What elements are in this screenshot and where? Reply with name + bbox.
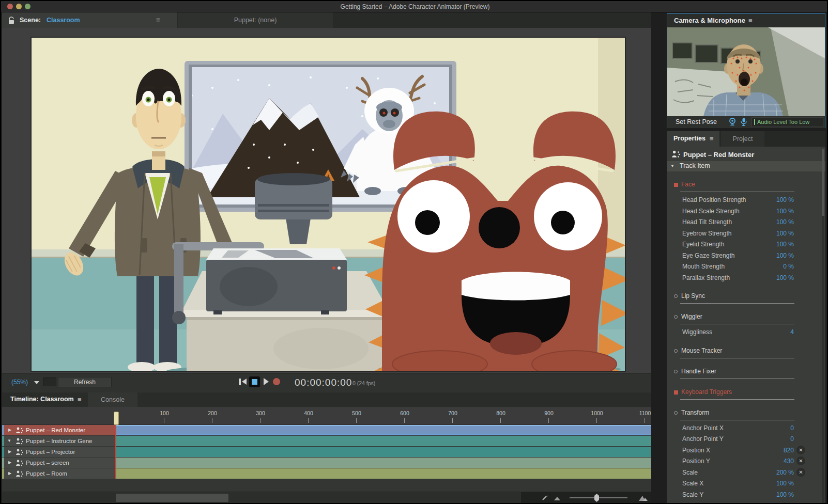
- set-rest-pose-button[interactable]: Set Rest Pose: [676, 118, 717, 125]
- puppet-icon: [16, 427, 24, 434]
- track-name: Puppet – Red Monster: [26, 425, 85, 435]
- reset-value-button[interactable]: ✕: [796, 446, 805, 454]
- track-bar-screen[interactable]: [116, 458, 651, 468]
- track-header-red-monster[interactable]: ▶ Puppet – Red Monster: [2, 425, 115, 435]
- property-row: Scale200 %✕: [667, 467, 825, 478]
- stop-button[interactable]: [249, 376, 260, 387]
- timecode[interactable]: 00:00:00:00: [295, 377, 352, 388]
- track-header-instructor-gene[interactable]: ▼ Puppet – Instructor Gene: [2, 436, 115, 446]
- collapse-arrow-icon[interactable]: ▶: [8, 468, 11, 479]
- go-to-start-icon[interactable]: [239, 379, 241, 385]
- reset-value-button[interactable]: ✕: [796, 468, 805, 477]
- horizontal-scrollbar-thumb[interactable]: [116, 494, 228, 502]
- tab-timeline[interactable]: Timeline: Classroom: [10, 396, 74, 403]
- section-lip-sync[interactable]: Lip Sync: [667, 292, 825, 302]
- window-title: Getting Started – Adobe Character Animat…: [1, 3, 828, 10]
- camera-panel-menu-icon[interactable]: ≡: [748, 17, 753, 24]
- playhead-line[interactable]: [115, 425, 116, 479]
- puppet-icon: [671, 150, 681, 158]
- camera-microphone-panel: Camera & Microphone ≡: [667, 13, 825, 128]
- property-row: Head Tilt Strength100 %: [667, 216, 825, 228]
- playhead-marker[interactable]: [114, 412, 119, 425]
- camera-panel-footer: Set Rest Pose Audio Level Too Low: [667, 116, 825, 128]
- reset-value-button[interactable]: ✕: [796, 456, 805, 465]
- property-row: Skew0: [667, 500, 825, 504]
- audio-level-bar: [754, 119, 755, 125]
- behavior-toggle-icon[interactable]: [674, 349, 678, 353]
- puppet-icon: [16, 449, 24, 455]
- tab-puppet-none[interactable]: Puppet: (none): [178, 12, 333, 28]
- timeline-zoom-slider-thumb[interactable]: [594, 494, 599, 502]
- track-header-room[interactable]: ▶ Puppet – Room: [2, 468, 115, 479]
- properties-scrollbar-thumb[interactable]: [822, 149, 824, 216]
- go-to-start-button[interactable]: [242, 379, 247, 385]
- timeline-scrollbar-row: [2, 492, 651, 503]
- ruler-label: 1100: [635, 410, 655, 416]
- property-row: Position Y430✕: [667, 455, 825, 467]
- track-bar-projector[interactable]: [116, 447, 651, 457]
- panel-menu-icon[interactable]: ≡: [156, 12, 160, 28]
- record-button[interactable]: [273, 378, 280, 385]
- scene-viewport[interactable]: [2, 28, 651, 373]
- behavior-toggle-icon[interactable]: [674, 370, 678, 373]
- webcam-icon[interactable]: [728, 118, 737, 126]
- timeline-menu-icon[interactable]: ≡: [78, 396, 82, 403]
- tab-project[interactable]: Project: [721, 131, 764, 147]
- expand-arrow-icon[interactable]: ▼: [7, 436, 11, 446]
- refresh-button[interactable]: Refresh: [58, 377, 112, 387]
- timeline-ruler[interactable]: 100 200 300 400 500 600 700 800 900 1000…: [2, 407, 651, 425]
- section-divider: [680, 358, 794, 358]
- armed-behavior-icon[interactable]: [674, 183, 678, 187]
- property-row: Parallax Strength100 %: [667, 272, 825, 284]
- section-handle-fixer[interactable]: Handle Fixer: [667, 368, 825, 377]
- timeline-panel: Timeline: Classroom ≡ Console 100 200 30…: [2, 392, 651, 504]
- title-bar: Getting Started – Adobe Character Animat…: [1, 1, 828, 12]
- zoom-in-mountain-icon[interactable]: [639, 495, 648, 501]
- section-face[interactable]: Face: [667, 181, 825, 190]
- tab-properties[interactable]: Properties ≡: [667, 131, 719, 147]
- track-header-screen[interactable]: ▶ Puppet – screen: [2, 458, 115, 468]
- section-divider: [680, 303, 794, 304]
- collapse-arrow-icon[interactable]: ▶: [8, 425, 11, 435]
- scene-canvas[interactable]: [30, 37, 626, 372]
- track-item-header[interactable]: ▼ Track Item: [667, 161, 825, 171]
- webcam-feed[interactable]: [667, 27, 825, 116]
- webcam-video-illustration: [667, 27, 825, 116]
- track-header-projector[interactable]: ▶ Puppet – Projector: [2, 447, 115, 457]
- property-row: Scale Y100 %: [667, 489, 825, 500]
- track-name: Puppet – Instructor Gene: [26, 436, 93, 446]
- behavior-toggle-icon[interactable]: [674, 315, 678, 319]
- tab-scene-classroom[interactable]: Scene: Classroom ≡: [2, 12, 177, 28]
- property-row: Mouth Strength0 %: [667, 261, 825, 272]
- track-color-strip: [2, 425, 4, 435]
- armed-behavior-icon[interactable]: [674, 390, 678, 395]
- track-bar-room[interactable]: [116, 468, 651, 479]
- section-transform[interactable]: Transform: [667, 409, 825, 418]
- background-color-swatch[interactable]: [43, 377, 56, 386]
- properties-menu-icon[interactable]: ≡: [710, 135, 714, 143]
- properties-scrollbar[interactable]: [822, 149, 824, 503]
- behavior-toggle-icon[interactable]: [674, 411, 678, 415]
- zoom-out-mountain-icon[interactable]: [554, 496, 560, 500]
- ruler-label: 100: [154, 410, 175, 416]
- section-mouse-tracker[interactable]: Mouse Tracker: [667, 347, 825, 356]
- tab-console[interactable]: Console: [88, 392, 137, 407]
- property-row: Anchor Point X0: [667, 422, 825, 434]
- track-bar-red-monster[interactable]: [116, 425, 651, 435]
- behavior-toggle-icon[interactable]: [674, 294, 678, 298]
- play-button[interactable]: [264, 378, 269, 385]
- properties-panel: Properties ≡ Project Puppet – Red Monste…: [667, 131, 825, 504]
- collapse-arrow-icon[interactable]: ▶: [8, 458, 11, 468]
- section-wiggler[interactable]: Wiggler: [667, 313, 825, 322]
- track-bar-instructor-gene[interactable]: [116, 436, 651, 446]
- section-keyboard-triggers[interactable]: Keyboard Triggers: [667, 388, 825, 398]
- frame-info: 0 (24 fps): [352, 380, 375, 386]
- zoom-dropdown-icon[interactable]: [34, 381, 39, 384]
- zoom-level[interactable]: (55%): [11, 379, 28, 386]
- collapse-arrow-icon[interactable]: ▶: [8, 447, 11, 457]
- section-divider: [680, 399, 794, 400]
- property-row: Scale X100 %: [667, 478, 825, 489]
- ruler-label: 200: [202, 410, 223, 416]
- pen-tool-icon[interactable]: [542, 495, 548, 501]
- microphone-icon[interactable]: [741, 118, 747, 126]
